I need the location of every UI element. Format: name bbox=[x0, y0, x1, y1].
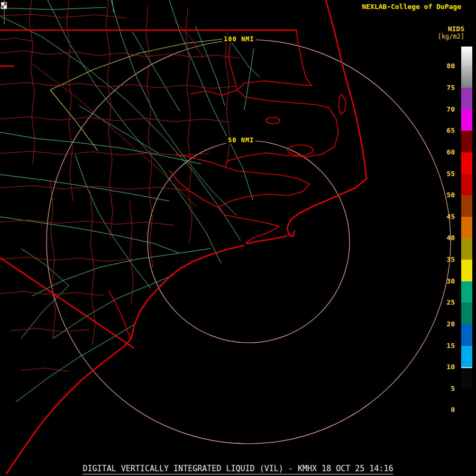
cod-logo-icon bbox=[0, 2, 8, 10]
colorbar-tick-label: 70 bbox=[446, 105, 455, 114]
colorbar-tick-label: 30 bbox=[446, 277, 455, 286]
colorbar-segment bbox=[461, 281, 472, 303]
colorbar-segment bbox=[461, 47, 472, 66]
colorbar-segment bbox=[461, 217, 472, 239]
colorbar-tick-label: 75 bbox=[446, 84, 455, 92]
colorbar bbox=[461, 47, 472, 418]
colorbar-segment bbox=[461, 389, 472, 410]
colorbar-tick-label: 50 bbox=[446, 191, 455, 199]
colorbar-tick-label: 5 bbox=[451, 385, 455, 393]
range-ring-label-100nmi: 100 NMI bbox=[222, 35, 256, 43]
map-canvas bbox=[0, 0, 476, 476]
colorbar-segment bbox=[461, 174, 472, 196]
radar-display: NEXLAB-College of DuPage NIDS [kg/m2] 80… bbox=[0, 0, 476, 476]
colorbar-segment bbox=[461, 131, 472, 152]
product-caption: DIGITAL VERTICALLY INTEGRATED LIQUID (VI… bbox=[83, 464, 393, 474]
colorbar-segment bbox=[461, 195, 472, 217]
colorbar-segment bbox=[461, 260, 472, 281]
colorbar-segment bbox=[461, 410, 472, 418]
colorbar-tick-label: 55 bbox=[446, 170, 455, 178]
county-borders-layer bbox=[0, 0, 239, 371]
colorbar-tick-label: 45 bbox=[446, 213, 455, 221]
colorbar-tick-label: 60 bbox=[446, 148, 455, 157]
colorbar-segment bbox=[461, 152, 472, 174]
colorbar-tick-label: 0 bbox=[451, 406, 455, 414]
colorbar-ticks: 80757065605550454035302520151050 bbox=[439, 0, 459, 476]
colorbar-tick-label: 80 bbox=[446, 62, 455, 70]
coastline-layer bbox=[0, 0, 367, 474]
colorbar-segment bbox=[461, 109, 472, 131]
colorbar-segment bbox=[461, 238, 472, 260]
sound-shorelines-layer bbox=[109, 30, 346, 339]
colorbar-segment bbox=[461, 303, 472, 324]
range-ring-50nmi bbox=[148, 141, 350, 343]
colorbar-tick-label: 20 bbox=[446, 320, 455, 328]
colorbar-segment bbox=[461, 88, 472, 109]
colorbar-segment bbox=[461, 346, 472, 368]
colorbar-tick-label: 35 bbox=[446, 255, 455, 264]
colorbar-segment bbox=[461, 367, 472, 389]
colorbar-tick-label: 10 bbox=[446, 363, 455, 371]
state-border-nc-sc bbox=[0, 258, 134, 348]
colorbar-segment bbox=[461, 324, 472, 346]
colorbar-tick-label: 65 bbox=[446, 126, 455, 135]
range-ring-label-50nmi: 50 NMI bbox=[226, 136, 255, 144]
colorbar-tick-label: 40 bbox=[446, 234, 455, 242]
outer-banks-coastline bbox=[287, 0, 367, 236]
colorbar-segment bbox=[461, 66, 472, 88]
colorbar-tick-label: 15 bbox=[446, 342, 455, 350]
colorbar-tick-label: 25 bbox=[446, 298, 455, 307]
